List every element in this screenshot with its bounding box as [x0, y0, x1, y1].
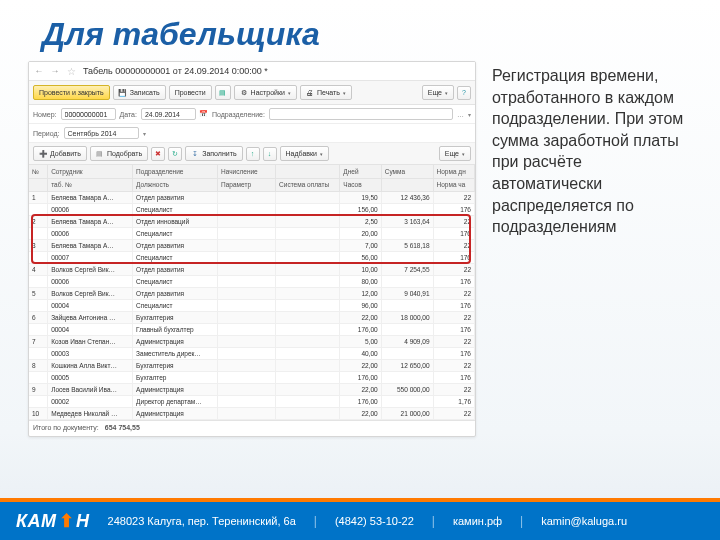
column-header[interactable]: Сотрудник [48, 165, 133, 178]
number-label: Номер: [33, 111, 57, 118]
number-input[interactable] [61, 108, 116, 120]
table-cell: Отдел развития [133, 287, 218, 299]
table-cell [276, 407, 340, 419]
table-row[interactable]: 3Беляева Тамара А…Отдел развития7,005 61… [29, 239, 475, 251]
table-row[interactable]: 00006Специалист20,00176 [29, 227, 475, 239]
table-cell: 4 909,09 [381, 335, 433, 347]
table-row[interactable]: 00004Главный бухгалтер176,00176 [29, 323, 475, 335]
move-down-button[interactable]: ↓ [263, 147, 277, 161]
table-row[interactable]: 9Лосев Василий Ива…Администрация22,00550… [29, 383, 475, 395]
table-cell: Отдел развития [133, 263, 218, 275]
table-cell: 156,00 [340, 203, 381, 215]
table-cell: Специалист [133, 203, 218, 215]
table-row[interactable]: 00006Специалист156,00176 [29, 203, 475, 215]
table-row[interactable]: 4Волков Сергей Вик…Отдел развития10,007 … [29, 263, 475, 275]
table-cell: 00004 [48, 323, 133, 335]
table-row[interactable]: 00006Специалист80,00176 [29, 275, 475, 287]
table-cell: 7,00 [340, 239, 381, 251]
table-cell [276, 299, 340, 311]
more-button[interactable]: Еще▾ [422, 85, 454, 100]
column-header[interactable]: Подразделение [133, 165, 218, 178]
delete-button[interactable]: ✖ [151, 147, 165, 161]
table-row[interactable]: 00002Директор департам…176,001,76 [29, 395, 475, 407]
footer-mail: kamin@kaluga.ru [541, 515, 627, 527]
table-row[interactable]: 1Беляева Тамара А…Отдел развития19,5012 … [29, 191, 475, 203]
table-cell [218, 383, 276, 395]
pick-button[interactable]: ▤Подобрать [90, 146, 148, 161]
print-button[interactable]: 🖨Печать▾ [300, 85, 352, 100]
table-row[interactable]: 5Волков Сергей Вик…Отдел развития12,009 … [29, 287, 475, 299]
table-cell [276, 323, 340, 335]
table-row[interactable]: 10Медведев Николай …Администрация22,0021… [29, 407, 475, 419]
table-cell: 2,50 [340, 215, 381, 227]
favorite-star-icon[interactable]: ☆ [65, 65, 77, 77]
table-cell: 1 [29, 191, 48, 203]
subdivision-input[interactable] [269, 108, 453, 120]
post-and-close-button[interactable]: Провести и закрыть [33, 85, 110, 100]
fill-button[interactable]: ↧Заполнить [185, 146, 242, 161]
table-cell: Администрация [133, 383, 218, 395]
table-cell: Специалист [133, 275, 218, 287]
table-row[interactable]: 00004Специалист96,00176 [29, 299, 475, 311]
report-button[interactable]: ▤ [215, 85, 231, 100]
table-cell [276, 263, 340, 275]
column-header[interactable] [276, 165, 340, 178]
table-row[interactable]: 2Беляева Тамара А…Отдел инноваций2,503 1… [29, 215, 475, 227]
table-cell [276, 239, 340, 251]
table-cell [276, 251, 340, 263]
table-cell: 176 [433, 203, 474, 215]
table-row[interactable]: 6Зайцева Антонина …Бухгалтерия22,0018 00… [29, 311, 475, 323]
date-input[interactable] [141, 108, 196, 120]
recalc-button[interactable]: ↻ [168, 147, 182, 161]
table-cell: Кошкина Алла Викт… [48, 359, 133, 371]
table-cell: 22 [433, 383, 474, 395]
logo: КАМИН КАМ⬆Н [16, 510, 90, 532]
post-button[interactable]: Провести [169, 85, 212, 100]
table-cell: 22 [433, 191, 474, 203]
forward-arrow-icon[interactable]: → [49, 65, 61, 77]
table-row[interactable]: 00003Заместитель дирек…40,00176 [29, 347, 475, 359]
move-up-button[interactable]: ↑ [246, 147, 260, 161]
pick-icon: ▤ [96, 150, 104, 158]
table-cell: 00003 [48, 347, 133, 359]
document-footer: Итого по документу: 654 754,55 [29, 420, 475, 434]
table-row[interactable]: 8Кошкина Алла Викт…Бухгалтерия22,0012 65… [29, 359, 475, 371]
back-arrow-icon[interactable]: ← [33, 65, 45, 77]
column-header[interactable]: № [29, 165, 48, 178]
table-cell: Лосев Василий Ива… [48, 383, 133, 395]
table-cell: 22,00 [340, 383, 381, 395]
period-input[interactable] [64, 127, 139, 139]
table-row[interactable]: 7Козов Иван Степан…Администрация5,004 90… [29, 335, 475, 347]
table-cell [276, 359, 340, 371]
help-button[interactable]: ? [457, 86, 471, 100]
column-subheader: Система оплаты [276, 178, 340, 191]
table-cell: 22 [433, 335, 474, 347]
add-button[interactable]: ➕Добавить [33, 146, 87, 161]
fill-icon: ↧ [191, 150, 199, 158]
column-subheader: таб. № [48, 178, 133, 191]
column-header[interactable]: Норма дн [433, 165, 474, 178]
table-cell: 8 [29, 359, 48, 371]
table-cell: 96,00 [340, 299, 381, 311]
rows-more-button[interactable]: Еще▾ [439, 146, 471, 161]
table-cell: 12,00 [340, 287, 381, 299]
table-row[interactable]: 00007Специалист56,00176 [29, 251, 475, 263]
table-cell: 22 [433, 215, 474, 227]
column-subheader: Норма ча [433, 178, 474, 191]
table-cell [218, 263, 276, 275]
bonus-button[interactable]: Надбавки▾ [280, 146, 329, 161]
table-cell [218, 311, 276, 323]
table-cell [218, 335, 276, 347]
table-row[interactable]: 00005Бухгалтер176,00176 [29, 371, 475, 383]
report-icon: ▤ [219, 89, 227, 97]
calendar-icon[interactable]: 📅 [200, 110, 208, 118]
settings-button[interactable]: ⚙Настройки▾ [234, 85, 297, 100]
table-cell: 22 [433, 263, 474, 275]
table-cell: 3 163,64 [381, 215, 433, 227]
table-cell: Бухгалтерия [133, 359, 218, 371]
table-cell [381, 395, 433, 407]
column-header[interactable]: Начисление [218, 165, 276, 178]
save-button[interactable]: 💾Записать [113, 85, 166, 100]
column-header[interactable]: Дней [340, 165, 381, 178]
column-header[interactable]: Сумма [381, 165, 433, 178]
